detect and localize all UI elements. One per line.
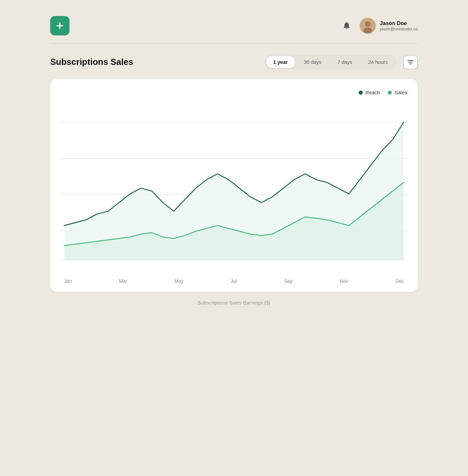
plus-icon bbox=[55, 21, 65, 30]
user-name: Jason Doe bbox=[380, 20, 418, 26]
filter-button[interactable] bbox=[403, 55, 418, 70]
bell-button[interactable] bbox=[340, 19, 353, 33]
user-info: Jason Doe jason@unistudio.co bbox=[360, 18, 418, 34]
legend-reach-label: Reach bbox=[365, 90, 380, 95]
chart-area bbox=[61, 101, 407, 274]
controls-row: 1 year 30 days 7 days 24 hours bbox=[265, 54, 418, 70]
chart-card: Reach Sales bbox=[50, 79, 418, 292]
header: Jason Doe jason@unistudio.co bbox=[50, 7, 418, 44]
header-right: Jason Doe jason@unistudio.co bbox=[340, 18, 418, 34]
page-container: Jason Doe jason@unistudio.co Subscriptio… bbox=[50, 7, 418, 306]
title-row: Subscriptions Sales 1 year 30 days 7 day… bbox=[50, 54, 418, 70]
page-title: Subscriptions Sales bbox=[50, 57, 133, 67]
chart-bottom-label: Subscriptions Sales Earnings ($) bbox=[50, 300, 418, 306]
logo-button[interactable] bbox=[50, 16, 70, 35]
legend-sales-dot bbox=[388, 91, 392, 95]
x-label-sep: Sep bbox=[284, 278, 292, 284]
svg-point-1 bbox=[365, 21, 370, 27]
x-label-jul: Jul bbox=[231, 278, 237, 284]
x-label-may: May bbox=[174, 278, 183, 284]
legend-sales: Sales bbox=[388, 90, 407, 95]
time-filter-group: 1 year 30 days 7 days 24 hours bbox=[265, 54, 397, 70]
time-filter-30days[interactable]: 30 days bbox=[297, 56, 329, 68]
svg-point-2 bbox=[363, 27, 372, 33]
time-filter-1year[interactable]: 1 year bbox=[266, 56, 295, 68]
legend-reach-dot bbox=[359, 91, 363, 95]
avatar bbox=[360, 18, 376, 34]
legend-sales-label: Sales bbox=[394, 90, 407, 95]
chart-legend: Reach Sales bbox=[61, 90, 407, 95]
x-label-dec: Dec bbox=[395, 278, 404, 284]
chart-svg bbox=[61, 101, 407, 274]
bell-icon bbox=[342, 21, 351, 30]
x-axis-labels: Jan Mar May Jul Sep Nov Dec bbox=[61, 274, 407, 284]
legend-reach: Reach bbox=[359, 90, 380, 95]
user-email: jason@unistudio.co bbox=[380, 26, 418, 31]
x-label-mar: Mar bbox=[119, 278, 127, 284]
time-filter-24hours[interactable]: 24 hours bbox=[361, 56, 395, 68]
filter-icon bbox=[407, 59, 414, 66]
avatar-image bbox=[360, 18, 376, 34]
x-label-jan: Jan bbox=[64, 278, 72, 284]
user-text: Jason Doe jason@unistudio.co bbox=[380, 20, 418, 31]
time-filter-7days[interactable]: 7 days bbox=[330, 56, 359, 68]
x-label-nov: Nov bbox=[340, 278, 348, 284]
